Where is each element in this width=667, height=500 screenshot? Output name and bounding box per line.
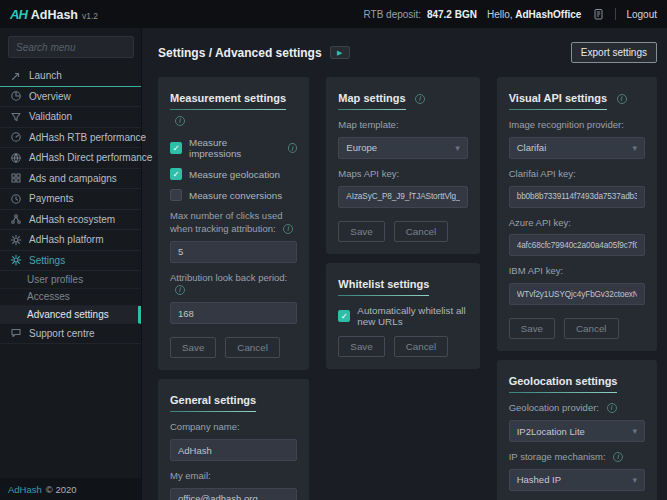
maps-api-key-input[interactable] — [338, 186, 467, 208]
ip-storage-select[interactable]: Hashed IP ▾ — [509, 469, 645, 491]
rocket-icon — [10, 70, 22, 82]
main-header: Settings / Advanced settings ▶ Export se… — [158, 42, 657, 63]
lookback-input[interactable] — [170, 302, 297, 324]
footer-copyright: © 2020 — [46, 484, 77, 495]
card-title: Whitelist settings — [338, 278, 429, 296]
sidebar-item-platform[interactable]: AdHash platform — [0, 230, 141, 251]
search-input[interactable] — [8, 36, 134, 58]
checkbox-measure-conversions[interactable]: Measure conversions — [170, 189, 297, 201]
visual-api-settings-card: Visual API settings i Image recognition … — [497, 77, 657, 351]
max-clicks-input[interactable] — [170, 241, 297, 263]
my-email-input[interactable] — [170, 488, 297, 500]
clarifai-key-label: Clarifai API key: — [509, 168, 645, 181]
info-icon[interactable]: i — [415, 94, 425, 104]
image-provider-select[interactable]: Clarifai ▾ — [509, 137, 645, 159]
main-content: Settings / Advanced settings ▶ Export se… — [142, 28, 667, 500]
chat-icon — [10, 327, 22, 339]
map-template-select[interactable]: Europe ▾ — [338, 137, 467, 159]
geo-provider-select[interactable]: IP2Location Lite ▾ — [509, 420, 645, 442]
chevron-down-icon: ▾ — [632, 475, 637, 485]
play-tutorial-button[interactable]: ▶ — [330, 46, 350, 59]
funnel-icon — [10, 111, 22, 123]
logo-mark-icon: AH — [10, 7, 27, 22]
max-clicks-label: Max number of clicks used when tracking … — [170, 210, 297, 236]
cancel-button[interactable]: Cancel — [564, 318, 619, 339]
subitem-label: User profiles — [27, 274, 83, 285]
topbar: AH AdHash v1.2 RTB deposit: 847.2 BGN He… — [0, 0, 667, 28]
sidebar-item-direct-performance[interactable]: AdHash Direct performance — [0, 148, 141, 169]
sidebar-item-label: Settings — [29, 255, 65, 266]
info-icon[interactable]: i — [607, 403, 617, 413]
cancel-button[interactable]: Cancel — [225, 337, 280, 358]
sidebar-item-validation[interactable]: Validation — [0, 107, 141, 128]
topbar-right: RTB deposit: 847.2 BGN Hello, AdHashOffi… — [363, 7, 657, 21]
rtb-deposit: RTB deposit: 847.2 BGN — [363, 9, 476, 20]
grid-icon — [10, 172, 22, 184]
subitem-label: Accesses — [27, 291, 70, 302]
sidebar-item-overview[interactable]: Overview — [0, 87, 141, 108]
logout-button[interactable]: Logout — [626, 9, 657, 20]
ibm-key-input[interactable] — [509, 283, 645, 305]
export-settings-button[interactable]: Export settings — [571, 42, 657, 63]
sidebar-item-ads-campaigns[interactable]: Ads and campaigns — [0, 169, 141, 190]
sidebar-item-settings[interactable]: Settings — [0, 251, 141, 272]
whitelist-settings-card: Whitelist settings ✓ Automatically white… — [326, 263, 479, 369]
sidebar-item-label: Ads and campaigns — [29, 173, 117, 184]
maps-api-key-label: Maps API key: — [338, 168, 467, 181]
company-name-label: Company name: — [170, 421, 297, 434]
checkbox-measure-geolocation[interactable]: ✓ Measure geolocation — [170, 168, 297, 180]
lookback-label: Attribution look back period: i — [170, 272, 297, 298]
username: AdHashOffice — [515, 9, 581, 20]
pie-icon — [10, 90, 22, 102]
sidebar-item-label: Launch — [29, 70, 62, 81]
sidebar-item-label: AdHash ecosystem — [29, 214, 115, 225]
checkbox-auto-whitelist[interactable]: ✓ Automatically whitelist all new URLs — [338, 305, 467, 327]
sidebar-item-support-centre[interactable]: Support centre — [0, 324, 141, 345]
my-email-label: My email: — [170, 470, 297, 483]
sidebar-subitem-accesses[interactable]: Accesses — [0, 289, 141, 307]
azure-key-input[interactable] — [509, 234, 645, 256]
rtb-deposit-value: 847.2 BGN — [427, 9, 477, 20]
geolocation-settings-card: Geolocation settings Geolocation provide… — [497, 360, 657, 500]
info-icon[interactable]: i — [175, 116, 185, 126]
sidebar-item-launch[interactable]: Launch — [0, 66, 141, 87]
cancel-button[interactable]: Cancel — [394, 336, 449, 357]
chevron-down-icon: ▾ — [455, 143, 460, 153]
sidebar-item-label: Payments — [29, 193, 73, 204]
info-icon[interactable]: i — [288, 143, 297, 153]
sidebar: Launch Overview Validation AdHash RTB pe… — [0, 28, 142, 500]
clarifai-key-input[interactable] — [509, 186, 645, 208]
cancel-button[interactable]: Cancel — [394, 221, 449, 242]
save-button[interactable]: Save — [509, 318, 555, 339]
geo-provider-label: Geolocation provider: i — [509, 402, 645, 415]
checkbox-checked-icon: ✓ — [170, 168, 182, 180]
save-button[interactable]: Save — [170, 337, 216, 358]
checkbox-label: Measure impressions — [189, 137, 276, 159]
sidebar-subitem-user-profiles[interactable]: User profiles — [0, 271, 141, 289]
azure-key-label: Azure API key: — [509, 217, 645, 230]
checkbox-measure-impressions[interactable]: ✓ Measure impressions i — [170, 137, 297, 159]
network-icon — [10, 213, 22, 225]
clipboard-icon[interactable] — [591, 7, 605, 21]
ibm-key-label: IBM API key: — [509, 265, 645, 278]
user-greeting: Hello, AdHashOffice — [487, 9, 581, 20]
info-icon[interactable]: i — [617, 94, 627, 104]
save-button[interactable]: Save — [338, 336, 384, 357]
info-icon[interactable]: i — [283, 224, 293, 234]
sidebar-subitem-advanced-settings[interactable]: Advanced settings — [0, 306, 141, 324]
sidebar-item-label: AdHash platform — [29, 234, 103, 245]
checkbox-unchecked-icon — [170, 189, 182, 201]
sidebar-item-rtb-performance[interactable]: AdHash RTB performance — [0, 128, 141, 149]
save-button[interactable]: Save — [338, 221, 384, 242]
selected-value: Europe — [346, 142, 377, 153]
info-icon[interactable]: i — [613, 452, 623, 462]
info-icon[interactable]: i — [175, 285, 185, 295]
sidebar-item-ecosystem[interactable]: AdHash ecosystem — [0, 210, 141, 231]
adhash-logo[interactable]: AH AdHash v1.2 — [10, 7, 98, 22]
cog-icon — [10, 234, 22, 246]
sidebar-item-payments[interactable]: Payments — [0, 189, 141, 210]
rtb-deposit-label: RTB deposit: — [363, 9, 421, 20]
footer-brand-link[interactable]: AdHash — [8, 484, 42, 495]
settings-columns: Measurement settings i ✓ Measure impress… — [158, 77, 657, 500]
company-name-input[interactable] — [170, 439, 297, 461]
